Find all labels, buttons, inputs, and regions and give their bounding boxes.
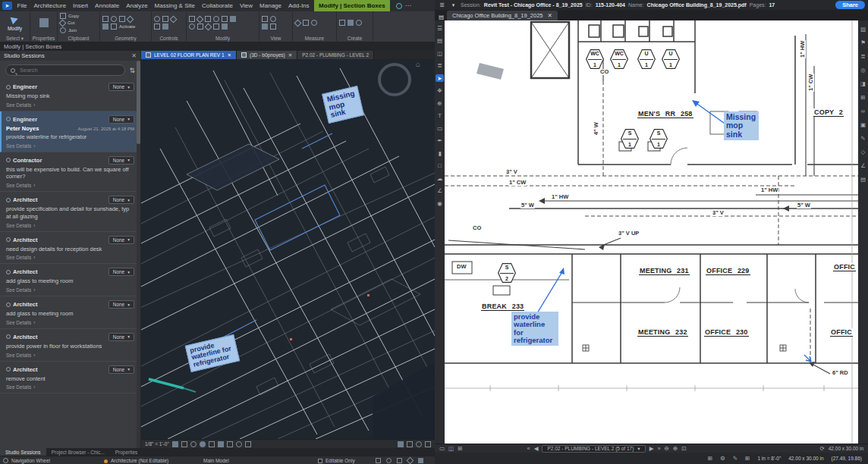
measure-line-icon[interactable]: [294, 19, 302, 27]
pen-tool-icon[interactable]: ✒: [436, 137, 444, 145]
layers-panel-icon[interactable]: ◨: [859, 80, 867, 87]
previous-page-icon[interactable]: ◀: [534, 445, 539, 452]
view-scale[interactable]: 1/8" = 1'-0": [145, 441, 169, 447]
close-icon[interactable]: ✕: [548, 12, 552, 19]
thumbnails-panel-icon[interactable]: ▥: [859, 25, 867, 33]
crop-view-icon[interactable]: [209, 441, 215, 447]
create-group-icon[interactable]: [339, 20, 345, 26]
text-tool-icon[interactable]: T: [436, 112, 444, 120]
cut-button[interactable]: Cut: [68, 20, 74, 25]
last-page-icon[interactable]: »: [657, 445, 660, 452]
reveal-icon[interactable]: [262, 24, 268, 30]
select-pinned-icon[interactable]: [397, 458, 402, 463]
unpin-icon[interactable]: [197, 24, 203, 30]
menu-insert[interactable]: Insert: [70, 0, 92, 11]
sun-path-icon[interactable]: [190, 441, 197, 447]
cope-icon[interactable]: [102, 16, 108, 22]
links-panel-icon[interactable]: ∞: [859, 107, 867, 114]
list-item[interactable]: Engineer None▾ Missing mop sink See Deta…: [0, 79, 140, 111]
active-workset[interactable]: Architecture (Not Editable): [111, 458, 168, 463]
menu-massing-site[interactable]: Massing & Site: [151, 0, 198, 11]
reveal-hidden-icon[interactable]: [236, 441, 242, 447]
create-assembly-icon[interactable]: [356, 20, 362, 26]
cut-icon[interactable]: [59, 19, 67, 27]
trim-extend-icon[interactable]: [213, 16, 219, 22]
search-panel-icon[interactable]: ◎: [859, 66, 867, 74]
see-details-link[interactable]: See Details›: [6, 143, 134, 149]
close-icon[interactable]: ✕: [228, 52, 231, 58]
select-tool-icon[interactable]: ➤: [436, 74, 444, 82]
scale-icon[interactable]: [205, 16, 211, 22]
join-button[interactable]: Join: [68, 28, 77, 33]
see-details-link[interactable]: See Details›: [6, 183, 134, 188]
page-selector[interactable]: P2.02 - PLUMBING - LEVEL 2 (5 of 17) ▾: [542, 445, 645, 453]
list-item[interactable]: Contractor None▾ this will be expensive …: [0, 152, 140, 193]
pages-panel-icon[interactable]: ◫: [436, 49, 444, 57]
status-dropdown[interactable]: None▾: [108, 300, 134, 309]
properties-panel-icon[interactable]: ▤: [859, 175, 867, 183]
list-item[interactable]: Architect None▾ add glass to meeting roo…: [0, 264, 140, 296]
see-details-link[interactable]: See Details›: [6, 255, 134, 260]
list-item[interactable]: Architect None▾ provide specification an…: [0, 192, 140, 232]
select-underlay-icon[interactable]: [386, 458, 392, 463]
cloud-tool-icon[interactable]: ☁: [436, 174, 444, 182]
shadows-icon[interactable]: [200, 441, 206, 447]
more-menu-icon[interactable]: ⋯: [405, 2, 411, 9]
markups-list-panel-icon[interactable]: ≣: [859, 52, 867, 60]
pan-tool-icon[interactable]: ✥: [436, 87, 444, 95]
array-icon[interactable]: [162, 24, 168, 30]
navigation-wheel-icon[interactable]: [3, 458, 8, 463]
dimension-icon[interactable]: [311, 20, 317, 26]
spaces-panel-icon[interactable]: ⊞: [859, 93, 867, 101]
pdf-canvas[interactable]: WC 1 WC 1 U 1 U 1 S 1 S 1: [445, 20, 858, 444]
shape-tool-icon[interactable]: □: [436, 162, 444, 170]
search-input[interactable]: [18, 66, 120, 74]
app-logo-icon[interactable]: ➤: [2, 2, 12, 10]
tab-properties[interactable]: Properties: [110, 448, 143, 456]
markup-note-missing-mop-sink[interactable]: Missing mop sink: [724, 111, 759, 140]
continuous-page-icon[interactable]: ◫: [448, 445, 454, 452]
array-tool-icon[interactable]: [205, 23, 212, 30]
filter-icon[interactable]: [376, 458, 381, 463]
editable-only-checkbox[interactable]: [318, 459, 322, 463]
status-dropdown[interactable]: None▾: [108, 115, 134, 124]
fit-page-icon[interactable]: ⊡: [681, 445, 686, 452]
see-details-link[interactable]: See Details›: [6, 353, 134, 358]
split-view-icon[interactable]: ⊞: [458, 445, 462, 452]
detail-level-icon[interactable]: [172, 441, 178, 447]
menu-addins[interactable]: Add-Ins: [285, 0, 313, 11]
properties-panel-icon[interactable]: ▤: [436, 37, 444, 45]
panel-label-select[interactable]: Select ▾: [0, 34, 30, 42]
grid-snap-icon[interactable]: ⊞: [708, 455, 712, 462]
split-icon[interactable]: [119, 16, 125, 22]
status-dropdown[interactable]: None▾: [108, 333, 134, 341]
list-item[interactable]: Architect None▾ remove content See Detai…: [0, 362, 140, 394]
scrollbar-thumb[interactable]: [137, 61, 140, 144]
activate-button[interactable]: Activate: [119, 24, 135, 29]
hide-icon[interactable]: [262, 16, 268, 22]
isolate-icon[interactable]: [270, 16, 276, 22]
section-box-icon[interactable]: [425, 441, 431, 447]
worksharing-display-icon[interactable]: [398, 441, 404, 447]
single-page-icon[interactable]: ▭: [439, 445, 445, 452]
menu-manage[interactable]: Manage: [256, 0, 285, 11]
modify-button[interactable]: Modify: [2, 26, 27, 31]
view-tab-3d[interactable]: (3D - b0pnoyes) ✕: [237, 51, 297, 59]
markup-note-waterline[interactable]: provide waterline for refrigerator: [511, 312, 558, 346]
mirror-axis-icon[interactable]: [213, 24, 219, 30]
paint-icon[interactable]: [102, 24, 108, 30]
status-dropdown[interactable]: None▾: [108, 268, 134, 276]
move-icon[interactable]: [189, 16, 195, 22]
context-tab-modify-section-boxes[interactable]: Modify | Section Boxes: [314, 0, 390, 11]
zoom-in-icon[interactable]: ⊕: [673, 445, 678, 452]
tab-project-browser[interactable]: Project Browser - Chic...: [46, 448, 110, 456]
rotate-icon[interactable]: [170, 15, 178, 23]
home-icon[interactable]: ⌂: [416, 60, 420, 68]
view-tab-plumbing[interactable]: P2.02 - PLUMBING - LEVEL 2: [297, 51, 374, 59]
menu-annotate[interactable]: Annotate: [92, 0, 123, 11]
see-details-link[interactable]: See Details›: [6, 384, 134, 390]
list-item[interactable]: Architect None▾ need design details for …: [0, 232, 140, 265]
offset-tool-icon[interactable]: [189, 24, 195, 30]
demolish-icon[interactable]: [111, 24, 117, 30]
highlight-tool-icon[interactable]: ▮: [436, 149, 444, 157]
